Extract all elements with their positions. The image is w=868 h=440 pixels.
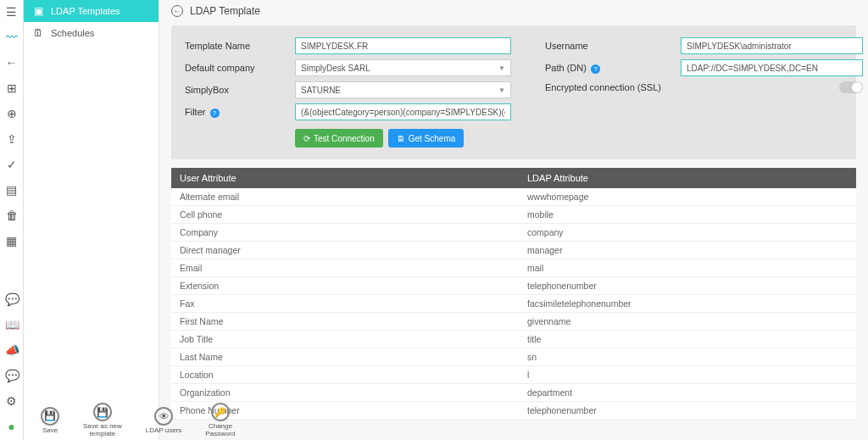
cell-user-attribute: Organization <box>171 384 519 401</box>
help-icon[interactable]: ? <box>591 64 600 74</box>
action-bar: 💾 Save 💾 Save as new template 👁 LDAP use… <box>24 401 252 440</box>
cell-user-attribute: Alternate email <box>171 188 519 205</box>
cell-ldap-attribute: sn <box>519 348 856 365</box>
ldap-users-button[interactable]: 👁 LDAP users <box>146 407 182 435</box>
trash-icon[interactable]: 🗑 <box>5 209 19 222</box>
dashboard-icon[interactable]: ⊞ <box>5 81 19 95</box>
cell-user-attribute: Last Name <box>171 348 519 365</box>
cell-ldap-attribute: manager <box>519 242 856 259</box>
table-row[interactable]: First Namegivenname <box>171 313 856 331</box>
path-dn-input[interactable] <box>681 59 863 76</box>
table-row[interactable]: Alternate emailwwwhomepage <box>171 188 856 206</box>
table-row[interactable]: Job Titletitle <box>171 331 856 348</box>
save-as-new-template-button[interactable]: 💾 Save as new template <box>83 403 122 438</box>
sidebar-item-schedules[interactable]: 🗓 Schedules <box>24 22 159 44</box>
notifications-icon[interactable]: 💬 <box>5 369 19 382</box>
table-row[interactable]: Cell phonemobile <box>171 206 856 224</box>
book-icon[interactable]: 📖 <box>5 318 19 331</box>
share-icon[interactable]: ⇪ <box>5 132 19 146</box>
label-filter: Filter ? <box>185 107 287 118</box>
filter-input[interactable] <box>295 103 511 120</box>
calendar-icon: 🗓 <box>32 27 44 39</box>
cell-user-attribute: Cell phone <box>171 206 519 223</box>
cell-ldap-attribute: facsimiletelephonenumber <box>519 295 856 312</box>
sidebar-item-ldap-templates[interactable]: ▣ LDAP Templates <box>24 0 159 22</box>
refresh-icon: ⟳ <box>303 134 310 143</box>
sidebar: ▣ LDAP Templates 🗓 Schedules <box>24 0 159 440</box>
label-username: Username <box>545 41 672 51</box>
cell-ldap-attribute: telephonenumber <box>519 277 856 294</box>
cell-user-attribute: Email <box>171 259 519 276</box>
page-title: LDAP Template <box>190 5 260 17</box>
table-row[interactable]: Phone Numbertelephonenumber <box>171 402 856 420</box>
attributes-table: User Attribute LDAP Attribute Alternate … <box>171 168 856 440</box>
table-row[interactable]: Direct managermanager <box>171 242 856 259</box>
label-default-company: Default company <box>185 63 287 73</box>
menu-icon[interactable]: ☰ <box>5 5 19 19</box>
cell-ldap-attribute: mobile <box>519 206 856 223</box>
save-icon: 💾 <box>41 407 59 426</box>
cell-ldap-attribute: company <box>519 224 856 241</box>
eye-icon: 👁 <box>154 407 173 426</box>
cell-ldap-attribute: wwwhomepage <box>519 188 856 205</box>
label-simplybox: SimplyBox <box>185 85 287 95</box>
cell-ldap-attribute: mail <box>519 259 856 276</box>
username-input[interactable] <box>681 37 863 54</box>
default-company-select[interactable]: SimplyDesk SARL▼ <box>295 59 511 76</box>
wave-icon[interactable]: 〰 <box>5 31 19 44</box>
cell-user-attribute: Direct manager <box>171 242 519 259</box>
th-user-attribute: User Attribute <box>171 168 519 188</box>
gear-icon[interactable]: ⚙ <box>5 394 19 408</box>
cell-user-attribute: Company <box>171 224 519 241</box>
table-row[interactable]: Faxfacsimiletelephonenumber <box>171 295 856 313</box>
sidebar-item-label: Schedules <box>51 28 94 38</box>
table-row[interactable]: Locationl <box>171 366 856 384</box>
templates-icon: ▣ <box>32 5 44 17</box>
cell-user-attribute: Location <box>171 366 519 383</box>
test-connection-button[interactable]: ⟳ Test Connection <box>295 129 383 148</box>
label-path-dn: Path (DN) ? <box>545 63 672 74</box>
chat-icon[interactable]: 💬 <box>5 292 19 306</box>
cell-user-attribute: Extension <box>171 277 519 294</box>
cell-user-attribute: Job Title <box>171 331 519 348</box>
form-panel: Template Name Default company SimplyDesk… <box>171 25 856 159</box>
page-header: ← LDAP Template <box>159 0 868 22</box>
cell-ldap-attribute: l <box>519 366 856 383</box>
file-icon: 🗎 <box>397 134 405 143</box>
cell-user-attribute: Fax <box>171 295 519 312</box>
simplybox-select[interactable]: SATURNE▼ <box>295 81 511 98</box>
back-button[interactable]: ← <box>171 5 183 17</box>
help-icon[interactable]: ? <box>210 109 220 118</box>
cell-ldap-attribute: givenname <box>519 313 856 330</box>
sidebar-item-label: LDAP Templates <box>51 6 120 16</box>
label-template-name: Template Name <box>185 41 287 51</box>
cell-ldap-attribute: title <box>519 331 856 348</box>
table-row[interactable]: Last Namesn <box>171 348 856 366</box>
template-name-input[interactable] <box>295 37 511 54</box>
table-row[interactable]: Companycompany <box>171 224 856 242</box>
table-row[interactable]: Organizationdepartment <box>171 384 856 402</box>
table-row[interactable]: Extensiontelephonenumber <box>171 277 856 295</box>
main: ← LDAP Template Template Name Default co… <box>159 0 868 440</box>
label-encrypted: Encrypted connection (SSL) <box>545 82 672 92</box>
status-icon[interactable]: ● <box>5 420 19 433</box>
back-icon[interactable]: ← <box>5 56 19 70</box>
grid-icon[interactable]: ▦ <box>5 234 19 248</box>
encrypted-toggle[interactable] <box>839 81 863 93</box>
change-password-button[interactable]: 🔑 Change Password <box>205 403 235 438</box>
save-as-icon: 💾 <box>93 403 112 421</box>
save-button[interactable]: 💾 Save <box>41 407 59 435</box>
check-icon[interactable]: ✓ <box>5 158 19 171</box>
left-rail: ☰ 〰 ← ⊞ ⊕ ⇪ ✓ ▤ 🗑 ▦ 💬 📖 📣 💬 ⚙ ● <box>0 0 24 440</box>
table-row[interactable]: Emailmail <box>171 259 856 277</box>
cell-user-attribute: First Name <box>171 313 519 330</box>
th-ldap-attribute: LDAP Attribute <box>519 168 856 188</box>
add-icon[interactable]: ⊕ <box>5 107 19 120</box>
bars-icon[interactable]: ▤ <box>5 183 19 197</box>
cell-ldap-attribute: department <box>519 384 856 401</box>
get-schema-button[interactable]: 🗎 Get Schema <box>388 129 465 148</box>
bullhorn-icon[interactable]: 📣 <box>5 343 19 357</box>
key-icon: 🔑 <box>211 403 230 421</box>
cell-ldap-attribute: telephonenumber <box>519 402 856 419</box>
